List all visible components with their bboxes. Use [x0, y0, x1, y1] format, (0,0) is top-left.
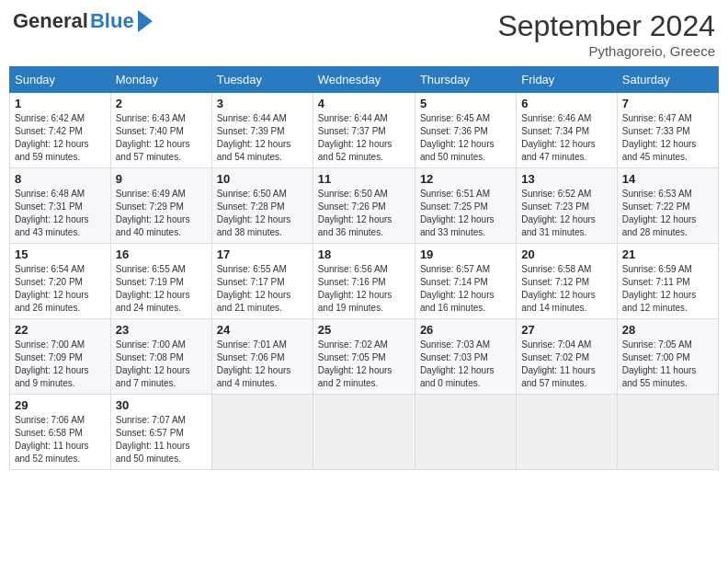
calendar-cell: 3 Sunrise: 6:44 AMSunset: 7:39 PMDayligh…: [211, 93, 313, 168]
day-info: Sunrise: 7:00 AMSunset: 7:09 PMDaylight:…: [15, 339, 89, 388]
logo-text-part1: General: [13, 9, 88, 33]
day-number: 10: [217, 172, 308, 186]
calendar-cell: 21 Sunrise: 6:59 AMSunset: 7:11 PMDaylig…: [617, 244, 718, 319]
day-number: 5: [420, 97, 511, 110]
calendar-cell: 11 Sunrise: 6:50 AMSunset: 7:26 PMDaylig…: [313, 168, 415, 244]
day-number: 8: [15, 172, 106, 186]
calendar-cell: 25 Sunrise: 7:02 AMSunset: 7:05 PMDaylig…: [313, 319, 415, 395]
day-info: Sunrise: 6:56 AMSunset: 7:16 PMDaylight:…: [318, 264, 392, 313]
calendar-cell: [415, 395, 516, 470]
day-info: Sunrise: 6:53 AMSunset: 7:22 PMDaylight:…: [622, 189, 697, 237]
day-number: 17: [217, 247, 308, 261]
calendar-week-row: 29 Sunrise: 7:06 AMSunset: 6:58 PMDaylig…: [10, 395, 719, 470]
day-number: 18: [318, 247, 410, 261]
day-number: 30: [116, 398, 207, 412]
day-info: Sunrise: 7:07 AMSunset: 6:57 PMDaylight:…: [116, 415, 190, 464]
day-number: 20: [521, 247, 612, 261]
calendar-week-row: 1 Sunrise: 6:42 AMSunset: 7:42 PMDayligh…: [10, 93, 719, 168]
calendar-cell: 17 Sunrise: 6:55 AMSunset: 7:17 PMDaylig…: [211, 244, 313, 319]
day-number: 9: [116, 172, 207, 186]
calendar-cell: 4 Sunrise: 6:44 AMSunset: 7:37 PMDayligh…: [313, 93, 415, 168]
weekday-header-friday: Friday: [517, 67, 618, 93]
logo: General Blue: [13, 9, 153, 33]
calendar-week-row: 8 Sunrise: 6:48 AMSunset: 7:31 PMDayligh…: [10, 168, 719, 244]
calendar-cell: 1 Sunrise: 6:42 AMSunset: 7:42 PMDayligh…: [10, 93, 111, 168]
day-info: Sunrise: 6:58 AMSunset: 7:12 PMDaylight:…: [521, 264, 596, 313]
day-number: 27: [521, 323, 612, 337]
calendar-cell: 13 Sunrise: 6:52 AMSunset: 7:23 PMDaylig…: [517, 168, 618, 244]
logo-arrow-icon: [138, 10, 153, 32]
calendar-cell: 22 Sunrise: 7:00 AMSunset: 7:09 PMDaylig…: [10, 319, 111, 395]
day-info: Sunrise: 6:57 AMSunset: 7:14 PMDaylight:…: [420, 264, 495, 313]
calendar-cell: 15 Sunrise: 6:54 AMSunset: 7:20 PMDaylig…: [10, 244, 111, 319]
day-number: 23: [116, 323, 207, 337]
weekday-header-wednesday: Wednesday: [313, 67, 415, 93]
day-info: Sunrise: 6:55 AMSunset: 7:19 PMDaylight:…: [116, 264, 190, 313]
day-number: 3: [217, 97, 308, 110]
day-info: Sunrise: 6:50 AMSunset: 7:28 PMDaylight:…: [217, 189, 291, 237]
calendar-cell: 12 Sunrise: 6:51 AMSunset: 7:25 PMDaylig…: [415, 168, 516, 244]
calendar-cell: 29 Sunrise: 7:06 AMSunset: 6:58 PMDaylig…: [10, 395, 111, 470]
day-number: 21: [622, 247, 713, 261]
day-info: Sunrise: 6:45 AMSunset: 7:36 PMDaylight:…: [420, 113, 495, 162]
day-info: Sunrise: 6:42 AMSunset: 7:42 PMDaylight:…: [15, 113, 89, 162]
month-year-title: September 2024: [497, 9, 715, 43]
calendar-cell: 28 Sunrise: 7:05 AMSunset: 7:00 PMDaylig…: [617, 319, 718, 395]
calendar-cell: 30 Sunrise: 7:07 AMSunset: 6:57 PMDaylig…: [110, 395, 211, 470]
day-number: 2: [116, 97, 207, 110]
day-info: Sunrise: 6:46 AMSunset: 7:34 PMDaylight:…: [521, 113, 596, 162]
day-number: 6: [521, 97, 612, 110]
calendar-header-row: SundayMondayTuesdayWednesdayThursdayFrid…: [10, 67, 719, 93]
day-info: Sunrise: 6:47 AMSunset: 7:33 PMDaylight:…: [622, 113, 697, 162]
calendar-cell: 10 Sunrise: 6:50 AMSunset: 7:28 PMDaylig…: [211, 168, 313, 244]
day-info: Sunrise: 7:03 AMSunset: 7:03 PMDaylight:…: [420, 339, 495, 388]
calendar-cell: 19 Sunrise: 6:57 AMSunset: 7:14 PMDaylig…: [415, 244, 516, 319]
day-info: Sunrise: 7:06 AMSunset: 6:58 PMDaylight:…: [15, 415, 89, 464]
day-info: Sunrise: 6:54 AMSunset: 7:20 PMDaylight:…: [15, 264, 89, 313]
weekday-header-monday: Monday: [110, 67, 211, 93]
calendar-cell: [517, 395, 618, 470]
day-info: Sunrise: 6:44 AMSunset: 7:39 PMDaylight:…: [217, 113, 291, 162]
calendar-table: SundayMondayTuesdayWednesdayThursdayFrid…: [9, 66, 719, 470]
calendar-cell: 23 Sunrise: 7:00 AMSunset: 7:08 PMDaylig…: [110, 319, 211, 395]
day-info: Sunrise: 6:52 AMSunset: 7:23 PMDaylight:…: [521, 189, 596, 237]
location-subtitle: Pythagoreio, Greece: [497, 43, 715, 59]
day-number: 4: [318, 97, 410, 110]
page-header: General Blue September 2024 Pythagoreio,…: [9, 9, 719, 59]
calendar-cell: 26 Sunrise: 7:03 AMSunset: 7:03 PMDaylig…: [415, 319, 516, 395]
day-number: 29: [15, 398, 106, 412]
calendar-week-row: 15 Sunrise: 6:54 AMSunset: 7:20 PMDaylig…: [10, 244, 719, 319]
day-number: 1: [15, 97, 106, 110]
day-info: Sunrise: 6:44 AMSunset: 7:37 PMDaylight:…: [318, 113, 392, 162]
calendar-cell: 24 Sunrise: 7:01 AMSunset: 7:06 PMDaylig…: [211, 319, 313, 395]
day-info: Sunrise: 7:05 AMSunset: 7:00 PMDaylight:…: [622, 339, 697, 388]
day-number: 11: [318, 172, 410, 186]
calendar-cell: 18 Sunrise: 6:56 AMSunset: 7:16 PMDaylig…: [313, 244, 415, 319]
calendar-cell: 6 Sunrise: 6:46 AMSunset: 7:34 PMDayligh…: [517, 93, 618, 168]
day-number: 16: [116, 247, 207, 261]
day-info: Sunrise: 6:51 AMSunset: 7:25 PMDaylight:…: [420, 189, 495, 237]
day-info: Sunrise: 6:59 AMSunset: 7:11 PMDaylight:…: [622, 264, 697, 313]
day-info: Sunrise: 6:50 AMSunset: 7:26 PMDaylight:…: [318, 189, 392, 237]
calendar-cell: 5 Sunrise: 6:45 AMSunset: 7:36 PMDayligh…: [415, 93, 516, 168]
calendar-cell: 9 Sunrise: 6:49 AMSunset: 7:29 PMDayligh…: [110, 168, 211, 244]
weekday-header-tuesday: Tuesday: [211, 67, 313, 93]
day-info: Sunrise: 7:00 AMSunset: 7:08 PMDaylight:…: [116, 339, 190, 388]
day-info: Sunrise: 7:02 AMSunset: 7:05 PMDaylight:…: [318, 339, 392, 388]
day-info: Sunrise: 6:43 AMSunset: 7:40 PMDaylight:…: [116, 113, 190, 162]
day-number: 13: [521, 172, 612, 186]
calendar-cell: 27 Sunrise: 7:04 AMSunset: 7:02 PMDaylig…: [517, 319, 618, 395]
calendar-cell: 16 Sunrise: 6:55 AMSunset: 7:19 PMDaylig…: [110, 244, 211, 319]
logo-text-part2: Blue: [90, 9, 134, 33]
day-info: Sunrise: 6:55 AMSunset: 7:17 PMDaylight:…: [217, 264, 291, 313]
day-info: Sunrise: 6:48 AMSunset: 7:31 PMDaylight:…: [15, 189, 89, 237]
day-number: 25: [318, 323, 410, 337]
day-number: 19: [420, 247, 511, 261]
weekday-header-saturday: Saturday: [617, 67, 718, 93]
title-block: September 2024 Pythagoreio, Greece: [497, 9, 715, 59]
calendar-cell: 20 Sunrise: 6:58 AMSunset: 7:12 PMDaylig…: [517, 244, 618, 319]
day-number: 24: [217, 323, 308, 337]
weekday-header-thursday: Thursday: [415, 67, 516, 93]
day-info: Sunrise: 7:01 AMSunset: 7:06 PMDaylight:…: [217, 339, 291, 388]
day-number: 14: [622, 172, 713, 186]
